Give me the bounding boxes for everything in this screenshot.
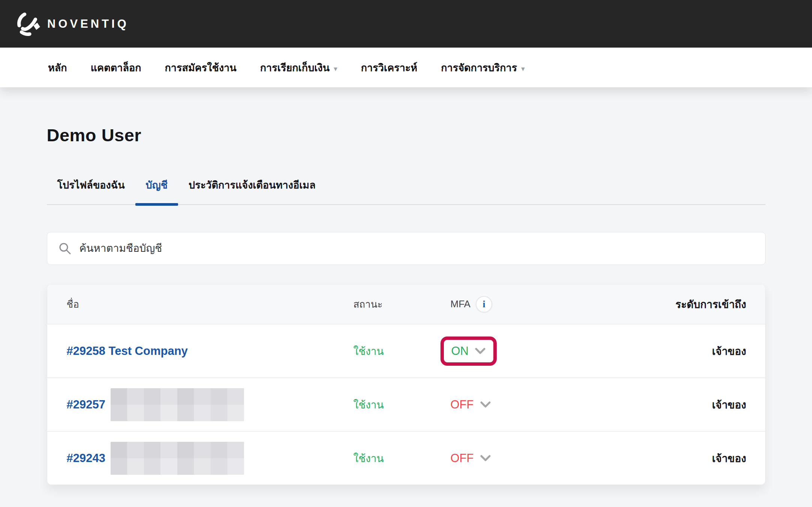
search-icon <box>58 242 71 255</box>
nav-item-analytics[interactable]: การวิเคราะห์ <box>361 60 417 76</box>
brand-name: NOVENTIQ <box>47 17 129 31</box>
tab-label: ประวัติการแจ้งเตือนทางอีเมล <box>189 179 316 191</box>
account-link[interactable]: #29258 Test Company <box>67 344 188 358</box>
mfa-info-icon[interactable]: i <box>476 296 492 313</box>
redacted-account-name <box>111 388 244 421</box>
status-badge: ใช้งาน <box>354 343 438 359</box>
access-level: เจ้าของ <box>562 396 746 413</box>
nav-item-billing[interactable]: การเรียกเก็บเงิน ▾ <box>260 60 337 76</box>
nav-item-label: การสมัครใช้งาน <box>165 60 237 76</box>
mfa-value: OFF <box>451 398 474 411</box>
nav-item-home[interactable]: หลัก <box>48 60 67 76</box>
nav-item-catalog[interactable]: แคตตาล็อก <box>91 60 141 76</box>
mfa-header-label: MFA <box>451 298 470 310</box>
mfa-value: ON <box>451 344 469 358</box>
tab-label: โปรไฟล์ของฉัน <box>57 179 125 191</box>
column-header-mfa: MFA i <box>438 296 562 313</box>
account-link[interactable]: #29243 <box>67 452 105 465</box>
mfa-value: OFF <box>451 452 474 465</box>
tab-email-notification-history[interactable]: ประวัติการแจ้งเตือนทางอีเมล <box>178 177 326 204</box>
nav-item-label: การวิเคราะห์ <box>361 60 417 76</box>
status-badge: ใช้งาน <box>354 450 438 467</box>
status-badge: ใช้งาน <box>354 396 438 413</box>
mfa-dropdown[interactable]: OFF <box>451 398 491 411</box>
nav-item-service-management[interactable]: การจัดการบริการ ▾ <box>441 60 525 76</box>
nav-item-subscriptions[interactable]: การสมัครใช้งาน <box>165 60 237 76</box>
chevron-down-icon <box>475 347 486 355</box>
page-title: Demo User <box>47 125 766 145</box>
nav-item-label: การจัดการบริการ <box>441 60 517 76</box>
mfa-dropdown-highlighted[interactable]: ON <box>440 337 497 366</box>
noventiq-logo[interactable]: NOVENTIQ <box>16 12 129 36</box>
page-content: Demo User โปรไฟล์ของฉัน บัญชี ประวัติการ… <box>47 125 766 485</box>
table-header-row: ชื่อ สถานะ MFA i ระดับการเข้าถึง <box>47 284 765 324</box>
nav-item-label: การเรียกเก็บเงิน <box>260 60 330 76</box>
chevron-down-icon: ▾ <box>521 64 525 73</box>
tab-my-profile[interactable]: โปรไฟล์ของฉัน <box>47 177 135 204</box>
access-level: เจ้าของ <box>562 343 746 359</box>
column-header-access-level: ระดับการเข้าถึง <box>562 296 746 313</box>
redacted-account-name <box>111 442 244 475</box>
search-input[interactable] <box>79 242 754 254</box>
top-app-bar: NOVENTIQ <box>0 0 812 48</box>
account-search-box[interactable] <box>47 232 766 265</box>
mfa-dropdown[interactable]: OFF <box>451 452 491 465</box>
chevron-down-icon <box>480 401 491 408</box>
account-link[interactable]: #29257 <box>67 398 105 411</box>
accounts-table: ชื่อ สถานะ MFA i ระดับการเข้าถึง #29258 … <box>47 284 766 485</box>
tab-accounts[interactable]: บัญชี <box>135 177 178 204</box>
profile-tabs: โปรไฟล์ของฉัน บัญชี ประวัติการแจ้งเตือนท… <box>47 177 766 205</box>
chevron-down-icon: ▾ <box>334 64 337 73</box>
noventiq-globe-icon <box>16 12 41 36</box>
table-row: #29243 ใช้งาน OFF เจ้าของ <box>47 431 765 485</box>
table-row: #29257 ใช้งาน OFF เจ้าของ <box>47 377 765 431</box>
tab-label: บัญชี <box>146 179 168 191</box>
main-navbar: หลัก แคตตาล็อก การสมัครใช้งาน การเรียกเก… <box>0 48 812 87</box>
nav-item-label: แคตตาล็อก <box>91 60 141 76</box>
access-level: เจ้าของ <box>562 450 746 467</box>
column-header-name: ชื่อ <box>67 296 354 312</box>
table-row: #29258 Test Company ใช้งาน ON เจ้าของ <box>47 324 765 377</box>
chevron-down-icon <box>480 455 491 462</box>
column-header-status: สถานะ <box>354 296 438 312</box>
nav-item-label: หลัก <box>48 60 67 76</box>
